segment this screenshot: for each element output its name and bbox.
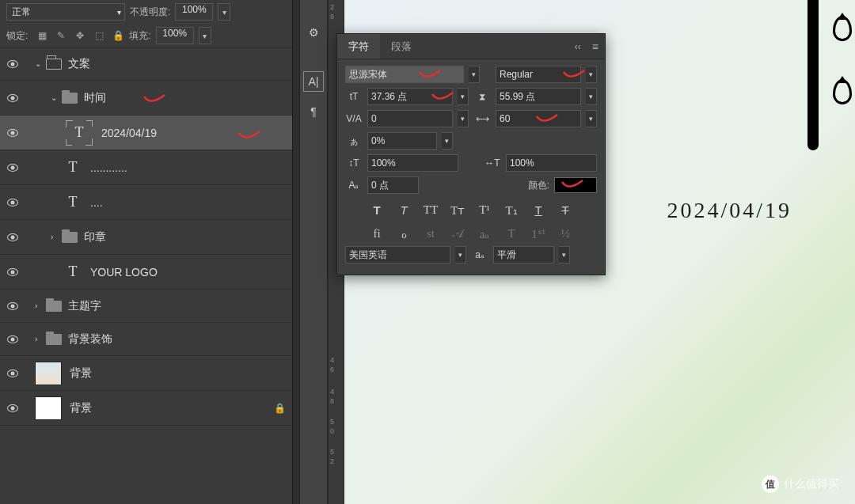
character-panel-icon[interactable]: A| (303, 71, 324, 92)
chevron-right-icon[interactable]: › (35, 335, 43, 343)
vscale-icon: ↕T (345, 157, 363, 169)
fractions-button[interactable]: ½ (557, 227, 574, 241)
antialias-chevron[interactable]: ▾ (559, 246, 570, 263)
chevron-right-icon[interactable]: › (51, 233, 59, 241)
antialias-icon: aₐ (471, 249, 488, 260)
kerning-input[interactable]: 0 (367, 110, 453, 127)
font-weight-dropdown[interactable]: ▾ (586, 66, 597, 83)
chevron-down-icon[interactable]: ⌄ (35, 59, 43, 68)
collapse-icon[interactable]: ‹‹ (570, 41, 586, 52)
ligature-button[interactable]: fi (368, 227, 386, 241)
visibility-icon[interactable] (7, 164, 18, 172)
font-size-dropdown[interactable]: ▾ (458, 88, 469, 105)
layer-row[interactable]: T .... (0, 185, 292, 220)
visibility-icon[interactable] (7, 60, 18, 68)
oldstyle-button[interactable]: 1ˢᵗ (530, 227, 547, 241)
lock-image-icon[interactable]: ✎ (55, 29, 67, 42)
kerning-dropdown[interactable]: ▾ (458, 110, 469, 127)
subscript-button[interactable]: T₁ (503, 203, 520, 218)
faux-italic-button[interactable]: T (395, 203, 412, 218)
vscale-input[interactable]: 100% (367, 154, 458, 172)
stylistic-button[interactable]: st (422, 227, 439, 241)
baseline-input[interactable]: 0 点 (367, 176, 419, 194)
layer-row[interactable]: ⌄ 文案 (0, 47, 292, 81)
opacity-input[interactable]: 100% (175, 3, 213, 21)
chevron-down-icon[interactable]: ⌄ (51, 93, 59, 102)
allcaps-button[interactable]: TT (422, 203, 439, 218)
visibility-icon[interactable] (7, 404, 18, 412)
visibility-icon[interactable] (7, 94, 18, 102)
font-family-input[interactable]: 思源宋体 (345, 66, 464, 83)
layer-row[interactable]: 背景 (0, 356, 292, 391)
tab-paragraph[interactable]: 段落 (380, 34, 423, 59)
layer-row[interactable]: › 背景装饰 (0, 323, 292, 356)
tracking-dropdown[interactable]: ▾ (586, 110, 597, 127)
lock-artboard-icon[interactable]: ⬚ (93, 29, 105, 42)
sliders-icon[interactable]: ⚙ (303, 22, 324, 43)
layer-name: 文案 (68, 57, 286, 71)
lock-label: 锁定: (6, 29, 28, 43)
paragraph-panel-icon[interactable]: ¶ (303, 101, 324, 122)
watermark-badge: 值 (762, 476, 779, 493)
layers-panel: 正常 不透明度: 100% ▾ 锁定: ▦ ✎ ✥ ⬚ 🔒 填充: 100% ▾… (0, 0, 293, 504)
tsume-dropdown[interactable]: ▾ (442, 132, 453, 150)
layer-row-selected[interactable]: T 2024/04/19 (0, 116, 292, 150)
tsume-input[interactable]: 0% (367, 132, 437, 150)
leading-dropdown[interactable]: ▾ (586, 88, 597, 105)
visibility-icon[interactable] (7, 268, 18, 276)
fill-input[interactable]: 100% (156, 27, 194, 44)
layer-row[interactable]: › 印章 (0, 220, 292, 255)
lock-position-icon[interactable]: ✥ (74, 29, 86, 42)
layer-row[interactable]: 背景 🔒 (0, 391, 292, 426)
antialias-dropdown[interactable]: 平滑 (493, 246, 554, 263)
tsume-icon: ぁ (345, 135, 363, 148)
chevron-right-icon[interactable]: › (35, 301, 43, 310)
font-size-icon: tT (345, 91, 363, 102)
lock-all-icon[interactable]: 🔒 (112, 29, 124, 42)
layer-row[interactable]: ⌄ 时间 (0, 81, 292, 116)
panel-menu-icon[interactable]: ≡ (586, 40, 605, 53)
tab-character[interactable]: 字符 (337, 34, 380, 59)
swash-button[interactable]: ℴ (395, 227, 412, 241)
canvas-date-text[interactable]: 2024/04/19 (667, 198, 792, 223)
lock-icon: 🔒 (274, 403, 286, 414)
layer-row[interactable]: › 主题字 (0, 290, 292, 323)
ordinals-button[interactable]: aₐ (476, 227, 493, 241)
visibility-icon[interactable] (7, 199, 18, 207)
visibility-icon[interactable] (7, 302, 18, 310)
titling-button[interactable]: 𝒜 (449, 227, 466, 241)
layers-list: ⌄ 文案 ⌄ 时间 T 2024/04/19 T ............ (0, 47, 292, 426)
hscale-input[interactable]: 100% (506, 154, 597, 172)
layer-name: ............ (90, 161, 286, 174)
contextual-button[interactable]: T (503, 227, 520, 241)
strikethrough-button[interactable]: T (557, 203, 574, 218)
language-dropdown[interactable]: 美国英语 (345, 246, 450, 263)
tracking-input[interactable]: 60 (496, 110, 581, 127)
visibility-icon[interactable] (7, 335, 18, 343)
font-weight-input[interactable]: Regular (496, 66, 581, 83)
superscript-button[interactable]: T¹ (476, 203, 493, 218)
blend-mode-dropdown[interactable]: 正常 (6, 3, 125, 21)
layer-name: 时间 (84, 91, 286, 105)
layer-row[interactable]: T YOUR LOGO (0, 255, 292, 290)
tracking-icon: ⟷ (473, 113, 491, 124)
smallcaps-button[interactable]: Tᴛ (449, 203, 466, 218)
opacity-chevron[interactable]: ▾ (218, 3, 230, 21)
kerning-icon: V/A (345, 113, 363, 124)
layers-header: 正常 不透明度: 100% ▾ 锁定: ▦ ✎ ✥ ⬚ 🔒 填充: 100% ▾ (0, 0, 292, 47)
lock-transparency-icon[interactable]: ▦ (36, 29, 48, 42)
color-swatch[interactable] (554, 177, 597, 193)
leading-input[interactable]: 55.99 点 (496, 88, 581, 105)
layer-name: .... (90, 196, 286, 209)
visibility-icon[interactable] (7, 369, 18, 377)
font-size-input[interactable]: 37.36 点 (367, 88, 453, 105)
font-family-dropdown[interactable]: ▾ (469, 66, 480, 83)
layer-row[interactable]: T ............ (0, 150, 292, 185)
language-chevron[interactable]: ▾ (455, 246, 466, 263)
visibility-icon[interactable] (7, 129, 18, 137)
fill-chevron[interactable]: ▾ (199, 27, 211, 44)
underline-button[interactable]: T (530, 203, 547, 218)
faux-bold-button[interactable]: T (368, 203, 386, 218)
visibility-icon[interactable] (7, 233, 18, 241)
folder-icon (46, 301, 62, 312)
